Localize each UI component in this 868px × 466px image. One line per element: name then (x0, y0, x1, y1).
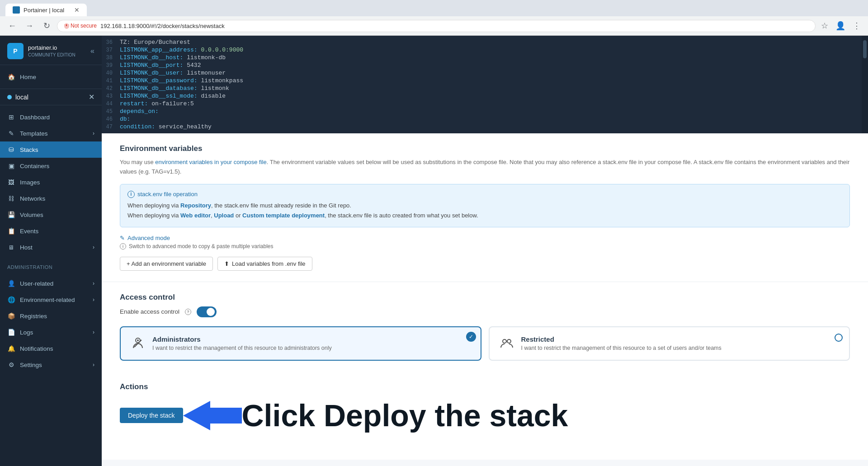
advanced-mode-link[interactable]: ✎ Advanced mode (120, 235, 850, 241)
browser-tab-active[interactable]: Portainer | local ✕ (5, 4, 87, 16)
sidebar-item-notifications[interactable]: 🔔 Notifications (0, 340, 102, 357)
admin-card-icon (130, 335, 146, 352)
refresh-btn[interactable]: ↻ (40, 19, 53, 33)
code-line-45: 45 depends_on: (102, 108, 868, 115)
sidebar-admin-section: 👤 User-related › 🌐 Environment-related ›… (0, 272, 102, 377)
not-secure-indicator: Not secure (64, 23, 97, 29)
portainer-logo-icon: P (7, 43, 24, 59)
settings-chevron: › (93, 362, 94, 368)
browser-toolbar: ← → ↻ Not secure 192.168.1.18:9000/#!/2/… (0, 16, 868, 36)
restricted-card-title: Restricted (521, 335, 722, 343)
scrollbar-thumb (863, 40, 867, 58)
edit-icon: ✎ (120, 235, 125, 241)
address-bar[interactable]: Not secure 192.168.1.18:9000/#!/2/docker… (57, 20, 816, 32)
sidebar: P portainer.io COMMUNITY EDITION « 🏠 Hom… (0, 36, 102, 466)
sidebar-item-containers[interactable]: ▣ Containers (0, 158, 102, 174)
sidebar-item-networks[interactable]: ⛓ Networks (0, 190, 102, 207)
toggle-info-icon: ? (185, 309, 191, 315)
admin-card-checkmark: ✓ (466, 332, 476, 342)
admin-access-card[interactable]: Administrators I want to restrict the ma… (120, 326, 481, 361)
user-related-chevron: › (93, 280, 94, 287)
sidebar-item-env-related[interactable]: 🌐 Environment-related › (0, 292, 102, 308)
info-icon-sm: i (120, 243, 126, 249)
sidebar-item-user-related[interactable]: 👤 User-related › (0, 275, 102, 292)
forward-btn[interactable]: → (23, 19, 36, 33)
code-line-40: 40 LISTMONK_db__user: listmonuser (102, 69, 868, 77)
sidebar-item-volumes[interactable]: 💾 Volumes (0, 207, 102, 223)
sidebar-item-home[interactable]: 🏠 Home (0, 69, 102, 85)
add-env-btn[interactable]: + Add an environment variable (120, 257, 213, 271)
env-status-dot (7, 95, 12, 99)
code-line-39: 39 LISTMONK_db__port: 5432 (102, 61, 868, 69)
env-related-chevron: › (93, 297, 94, 303)
access-control-section: Access control Enable access control ? (102, 282, 868, 372)
sidebar-env-section: local ✕ (0, 89, 102, 105)
code-editor: 36 TZ: Europe/Bucharest 37 LISTMONK_app_… (102, 36, 868, 133)
code-line-43: 43 LISTMONK_db__ssl_mode: disable (102, 92, 868, 100)
restricted-card-content: Restricted I want to restrict the manage… (521, 335, 722, 351)
sidebar-item-host[interactable]: 🖥 Host › (0, 239, 102, 255)
code-line-36: 36 TZ: Europe/Bucharest (102, 38, 868, 46)
code-line-37: 37 LISTMONK_app__address: 0.0.0.0:9000 (102, 46, 868, 54)
sidebar-item-logs[interactable]: 📄 Logs › (0, 324, 102, 340)
sidebar-item-templates[interactable]: ✎ Templates › (0, 125, 102, 141)
access-toggle-row: Enable access control ? (120, 306, 850, 317)
sidebar-item-dashboard[interactable]: ⊞ Dashboard (0, 109, 102, 125)
code-line-44: 44 restart: on-failure:5 (102, 100, 868, 108)
admin-card-title: Administrators (152, 335, 332, 343)
templates-chevron: › (93, 130, 94, 137)
registries-icon: 📦 (7, 312, 15, 320)
sidebar-item-events[interactable]: 📋 Events (0, 223, 102, 239)
dashboard-icon: ⊞ (7, 113, 15, 121)
user-related-icon: 👤 (7, 279, 15, 287)
access-control-title: Access control (120, 293, 850, 302)
toolbar-right: ☆ 👤 ⋮ (819, 19, 863, 33)
svg-point-4 (507, 339, 511, 343)
access-control-toggle[interactable] (197, 306, 217, 317)
code-scrollbar[interactable] (862, 36, 868, 133)
env-btn-row: + Add an environment variable ⬆ Load var… (120, 257, 850, 271)
load-env-btn[interactable]: ⬆ Load variables from .env file (217, 257, 312, 271)
sidebar-main-section: 🏠 Home (0, 65, 102, 89)
bookmark-btn[interactable]: ☆ (819, 19, 830, 33)
info-icon: i (127, 191, 135, 198)
logo-text: portainer.io COMMUNITY EDITION (28, 44, 75, 58)
env-name-label: local (15, 94, 89, 101)
restricted-access-card[interactable]: Restricted I want to restrict the manage… (489, 326, 850, 361)
settings-icon: ⚙ (7, 361, 15, 369)
sidebar-item-stacks[interactable]: ⛁ Stacks (0, 141, 102, 158)
restricted-card-icon (499, 335, 515, 352)
person-group-icon (499, 335, 515, 352)
code-line-41: 41 LISTMONK_db__password: listmonkpass (102, 77, 868, 85)
svg-point-1 (137, 339, 139, 341)
tab-favicon (13, 6, 20, 14)
env-close-btn[interactable]: ✕ (89, 93, 94, 101)
browser-chrome: Portainer | local ✕ (0, 0, 868, 16)
profile-btn[interactable]: 👤 (834, 19, 847, 33)
main-content: 36 TZ: Europe/Bucharest 37 LISTMONK_app_… (102, 36, 868, 466)
events-icon: 📋 (7, 227, 15, 235)
shield-eye-icon (130, 335, 146, 352)
images-icon: 🖼 (7, 178, 15, 186)
admin-card-desc: I want to restrict the management of thi… (152, 345, 332, 351)
deploy-stack-btn[interactable]: Deploy the stack (120, 408, 183, 423)
env-link[interactable]: environment variables in your compose fi… (155, 159, 266, 165)
warning-icon (64, 23, 69, 29)
menu-btn[interactable]: ⋮ (851, 19, 863, 33)
templates-icon: ✎ (7, 129, 15, 137)
sidebar-logo: P portainer.io COMMUNITY EDITION « (0, 36, 102, 65)
info-box-title: i stack.env file operation (127, 191, 842, 198)
sidebar-item-registries[interactable]: 📦 Registries (0, 308, 102, 324)
containers-icon: ▣ (7, 162, 15, 170)
upload-icon: ⬆ (224, 260, 229, 267)
app-container: P portainer.io COMMUNITY EDITION « 🏠 Hom… (0, 36, 868, 466)
tab-label: Portainer | local (24, 7, 64, 14)
sidebar-collapse-btn[interactable]: « (90, 47, 94, 55)
svg-point-3 (503, 339, 506, 343)
tab-close-btn[interactable]: ✕ (74, 6, 80, 14)
access-cards-container: Administrators I want to restrict the ma… (120, 326, 850, 361)
toggle-label: Enable access control (120, 308, 179, 315)
back-btn[interactable]: ← (5, 19, 19, 33)
sidebar-item-images[interactable]: 🖼 Images (0, 174, 102, 190)
sidebar-item-settings[interactable]: ⚙ Settings › (0, 357, 102, 373)
